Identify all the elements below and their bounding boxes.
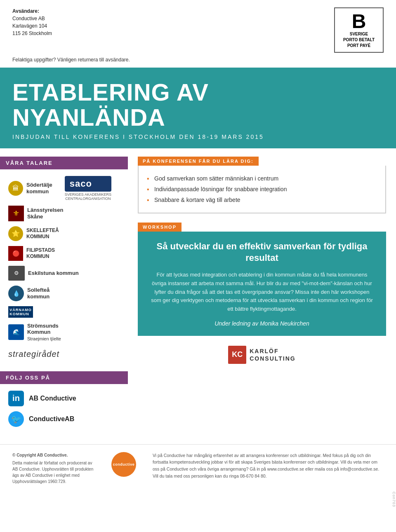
- footer-legal: Detta material är författat och producer…: [12, 460, 95, 485]
- sender-name: Conductive AB: [12, 16, 45, 21]
- stromsunds-logo: 🌊 StrömsundsKommunStraejmien tjïelte: [8, 323, 120, 342]
- solleftea-icon: 💧: [8, 286, 24, 301]
- eskilstuna-logo: ⚙ Eskilstuna kommun: [8, 266, 120, 281]
- conductive-logo: conductive: [111, 452, 136, 477]
- twitter-row[interactable]: 🐦 ConductiveAB: [8, 411, 120, 427]
- footer-center: conductive: [107, 452, 140, 477]
- sender-label: Avsändare:: [12, 8, 39, 14]
- lansstyrelsen-logo: ⚜ LänsstyrelsenSkåne: [8, 206, 120, 221]
- header-section: Avsändare: Conductive AB Karlavägen 104 …: [0, 0, 396, 57]
- postage-letter: B: [340, 12, 378, 31]
- linkedin-label: AB Conductive: [29, 395, 76, 402]
- linkedin-icon: in: [8, 391, 24, 406]
- solleftea-logo: 💧 Sollefteåkommun: [8, 286, 120, 301]
- conference-learn-section: PÅ KONFERENSEN FÅR DU LÄRA DIG: God samv…: [138, 157, 386, 213]
- lansstyrelsen-icon: ⚜: [8, 206, 24, 221]
- filipstads-icon: 🔴: [8, 246, 23, 261]
- karlof-icon: KC: [228, 346, 246, 364]
- twitter-icon: 🐦: [8, 411, 24, 427]
- postage-line2: PORTO BETALT: [340, 37, 378, 43]
- workshop-title: Så utvecklar du en effektiv samverkan fö…: [149, 241, 375, 264]
- workshop-body: För att lyckas med integration och etabl…: [149, 271, 375, 314]
- follow-header: FÖLJ OSS PÅ: [0, 371, 128, 384]
- sender-street: Karlavägen 104: [12, 23, 47, 29]
- hero-subtitle: INBJUDAN TILL KONFERENS I STOCKHOLM DEN …: [12, 134, 384, 140]
- sodertalje-icon: 🏛: [8, 181, 23, 196]
- saco-logo: saco SVERIGES AKADEMIKERSCENTRALORGANISA…: [65, 176, 111, 201]
- skelleftea-logo: ⭐ Skellefteåkommun: [8, 226, 120, 241]
- strategiradet-logo: strategirådet: [8, 347, 120, 363]
- filipstads-logo: 🔴 FILIPSTADSKOMMUN: [8, 246, 120, 261]
- karlof-logo: KC KARLÖFCONSULTING: [228, 346, 296, 364]
- main-content: VÅRA TALARE 🏛 Södertäljekommun saco SVER…: [0, 148, 396, 440]
- postage-line3: PORT PAYÉ: [340, 43, 378, 49]
- conference-label: PÅ KONFERENSEN FÅR DU LÄRA DIG:: [138, 157, 259, 166]
- workshop-leader: Under ledning av Monika Neukirchen: [149, 320, 375, 327]
- follow-section: FÖLJ OSS PÅ in AB Conductive 🐦 Conductiv…: [8, 371, 120, 427]
- sender-block: Avsändare: Conductive AB Karlavägen 104 …: [12, 7, 52, 37]
- logo-row: 🏛 Södertäljekommun saco SVERIGES AKADEMI…: [8, 176, 120, 201]
- postage-block: B SVERIGE PORTO BETALT PORT PAYÉ: [334, 7, 384, 53]
- sender-city: 115 26 Stockholm: [12, 30, 52, 36]
- eskilstuna-icon: ⚙: [8, 266, 25, 281]
- conference-bullets: God samverkan som sätter människan i cen…: [138, 166, 386, 213]
- postage-line1: SVERIGE: [340, 31, 378, 37]
- footer-area: © Copyright AB Conductive. Detta materia…: [0, 444, 396, 490]
- skelleftea-icon: ⭐: [8, 226, 23, 241]
- footer-left: © Copyright AB Conductive. Detta materia…: [12, 452, 95, 485]
- stromsunds-icon: 🌊: [8, 324, 24, 340]
- workshop-box: Så utvecklar du en effektiv samverkan fö…: [138, 232, 386, 336]
- twitter-label: ConductiveAB: [29, 415, 74, 423]
- return-notice: Felaktiga uppgifter? Vänligen returnera …: [0, 57, 396, 68]
- linkedin-row[interactable]: in AB Conductive: [8, 391, 120, 406]
- footer-right: Vi på Conductive har mångårig erfarenhet…: [153, 452, 384, 480]
- logos-area: 🏛 Södertäljekommun saco SVERIGES AKADEMI…: [8, 176, 120, 363]
- bullet-item: Snabbare & kortare väg till arbete: [147, 195, 377, 205]
- workshop-label: WORKSHOP: [138, 223, 182, 232]
- workshop-section: WORKSHOP Så utvecklar du en effektiv sam…: [138, 223, 386, 366]
- footer-copyright: © Copyright AB Conductive.: [12, 452, 95, 458]
- speakers-section-header: VÅRA TALARE: [0, 157, 128, 169]
- varnamo-logo: VÄRNAMOKOMMUN: [8, 306, 120, 318]
- watermark: Con703: [392, 492, 396, 507]
- bullets-list: God samverkan som sätter människan i cen…: [147, 173, 377, 205]
- karlof-consulting-area: KC KARLÖFCONSULTING: [138, 340, 386, 366]
- bullet-item: Individanpassade lösningar för snabbare …: [147, 184, 377, 195]
- sodertalje-logo: 🏛 Södertäljekommun: [8, 181, 52, 196]
- right-column: PÅ KONFERENSEN FÅR DU LÄRA DIG: God samv…: [128, 148, 396, 440]
- hero-banner: ETABLERING AV NYANLÄNDA INBJUDAN TILL KO…: [0, 68, 396, 148]
- main-title: ETABLERING AV NYANLÄNDA: [12, 80, 384, 130]
- bullet-item: God samverkan som sätter människan i cen…: [147, 173, 377, 184]
- left-column: VÅRA TALARE 🏛 Södertäljekommun saco SVER…: [0, 148, 128, 440]
- varnamo-icon: VÄRNAMOKOMMUN: [8, 306, 33, 318]
- karlof-text: KARLÖFCONSULTING: [250, 347, 296, 362]
